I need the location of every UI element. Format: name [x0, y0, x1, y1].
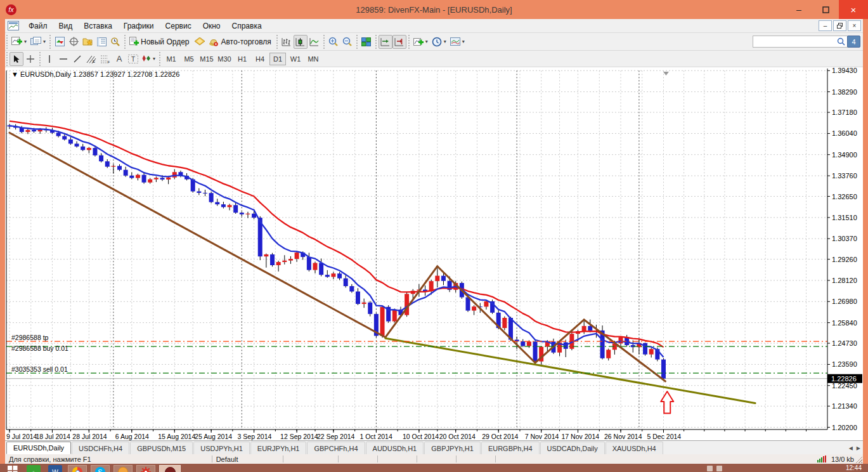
- chart-minimize-button[interactable]: –: [819, 20, 832, 31]
- data-window-button[interactable]: [67, 35, 81, 49]
- chart-tab-eurjpyh[interactable]: EURJPYh,H1: [250, 442, 307, 454]
- arrow-objects-button[interactable]: ▾: [140, 52, 157, 66]
- chart-tab-usdchfh[interactable]: USDCHFh,H4: [72, 442, 129, 454]
- chart-tab-usdjpyh[interactable]: USDJPYh,H1: [193, 442, 250, 454]
- chart-tab-usdcadh[interactable]: USDCADh,Daily: [540, 442, 605, 454]
- chart-tab-gbpjpyh[interactable]: GBPJPYh,H1: [424, 442, 481, 454]
- taskbar-settings-icon[interactable]: [136, 465, 155, 472]
- drawing-toolbar: E F A T ▾ M1M5M15M30H1H4D1W1MN: [5, 51, 863, 67]
- market-watch-button[interactable]: [53, 35, 67, 49]
- menu-item-1[interactable]: Файл: [23, 20, 53, 32]
- strategy-tester-button[interactable]: [108, 35, 122, 49]
- taskbar-clock[interactable]: 12:44: [846, 464, 862, 471]
- auto-scroll-button[interactable]: [379, 35, 392, 49]
- candlestick-mode-button[interactable]: [294, 35, 308, 49]
- timeframe-button-h4[interactable]: H4: [252, 53, 268, 65]
- timeframe-button-d1[interactable]: D1: [269, 53, 286, 65]
- line-chart-mode-button[interactable]: [308, 35, 321, 49]
- timeframe-button-h1[interactable]: H1: [234, 53, 250, 65]
- date-tick-label: 17 Nov 2014: [562, 433, 600, 440]
- indicators-button[interactable]: ▾: [411, 35, 430, 49]
- window-close-button[interactable]: ×: [839, 0, 868, 19]
- chart-document-icon: [8, 21, 19, 30]
- order-line-label: #2986588 tp: [11, 334, 49, 341]
- chart-shift-button[interactable]: [392, 35, 406, 49]
- chart-tab-gbpchfh[interactable]: GBPCHFh,H4: [307, 442, 365, 454]
- crosshair-tool-button[interactable]: [23, 52, 37, 66]
- horizontal-line-tool-button[interactable]: [56, 52, 70, 66]
- channel-tool-button[interactable]: E: [84, 52, 98, 66]
- taskbar-skype-icon[interactable]: S: [91, 465, 110, 472]
- date-tick-label: 7 Nov 2014: [525, 433, 559, 440]
- tile-windows-button[interactable]: [360, 35, 373, 49]
- tabs-scroll-left-icon[interactable]: ◀: [849, 445, 853, 451]
- status-profile[interactable]: Default: [216, 456, 238, 463]
- menu-item-5[interactable]: Сервис: [160, 20, 197, 32]
- taskbar-word-icon[interactable]: W: [48, 465, 62, 472]
- new-chart-button[interactable]: ▾: [10, 35, 29, 49]
- window-minimize-button[interactable]: –: [786, 0, 812, 19]
- metaeditor-button[interactable]: [193, 35, 207, 49]
- tabs-scroll-right-icon[interactable]: ▶: [857, 445, 860, 451]
- timeframe-button-m15[interactable]: M15: [198, 53, 215, 65]
- taskbar-store-icon[interactable]: ⌂: [27, 465, 41, 472]
- vertical-line-tool-button[interactable]: [42, 52, 56, 66]
- text-tool-button[interactable]: A: [112, 52, 126, 66]
- timeframe-button-m5[interactable]: M5: [181, 53, 197, 65]
- notifications-badge[interactable]: 4: [847, 36, 860, 48]
- taskbar-app-icon[interactable]: [113, 465, 133, 472]
- cursor-tool-button[interactable]: [10, 52, 23, 66]
- new-order-button[interactable]: Новый Ордер: [127, 35, 192, 49]
- zoom-in-button[interactable]: [327, 35, 340, 49]
- profiles-button[interactable]: ▾: [29, 35, 48, 49]
- templates-button[interactable]: ▾: [448, 35, 467, 49]
- chart-tab-eurgbph[interactable]: EURGBPh,H4: [481, 442, 540, 454]
- menu-item-4[interactable]: Графики: [118, 20, 160, 32]
- chart-tab-gbpusdh[interactable]: GBPUSDh,M15: [130, 442, 193, 454]
- search-icon: [837, 37, 845, 46]
- menu-item-7[interactable]: Справка: [226, 20, 268, 32]
- start-button-icon[interactable]: [8, 466, 18, 472]
- fibonacci-tool-button[interactable]: F: [98, 52, 112, 66]
- bar-chart-mode-button[interactable]: [280, 35, 294, 49]
- timeframe-button-m1[interactable]: M1: [163, 53, 179, 65]
- svg-text:F: F: [108, 60, 110, 63]
- date-tick-label: 28 Jul 2014: [72, 433, 107, 440]
- title-bar: fx 129859: DivenFX-Main - [EURUSDh,Daily…: [0, 0, 868, 19]
- periods-button[interactable]: ▾: [430, 35, 448, 49]
- chart-tab-eurusdh[interactable]: EURUSDh,Daily: [6, 442, 71, 454]
- price-tick-label: 1.20200: [832, 424, 857, 431]
- chart-close-button[interactable]: ×: [848, 20, 861, 31]
- zoom-out-button[interactable]: [340, 35, 354, 49]
- date-tick-label: 15 Aug 2014: [158, 433, 195, 440]
- timeframe-button-mn[interactable]: MN: [305, 53, 321, 65]
- timeframe-button-w1[interactable]: W1: [287, 53, 304, 65]
- timeframe-button-m30[interactable]: M30: [216, 53, 233, 65]
- menu-item-2[interactable]: Вид: [53, 20, 79, 32]
- price-tick-label: 1.29260: [832, 256, 857, 263]
- terminal-button[interactable]: [94, 35, 108, 49]
- taskbar-chrome-icon[interactable]: [68, 465, 87, 472]
- trendline-tool-button[interactable]: [70, 52, 84, 66]
- navigator-button[interactable]: [81, 35, 94, 49]
- chart-restore-button[interactable]: [833, 20, 846, 31]
- system-tray[interactable]: [707, 466, 722, 471]
- date-tick-label: 9 Jul 2014: [6, 433, 37, 440]
- search-input[interactable]: [753, 36, 848, 48]
- chart-tab-audusdh[interactable]: AUDUSDh,H1: [366, 442, 424, 454]
- autotrading-button[interactable]: Авто-торговля: [207, 35, 275, 49]
- menu-item-3[interactable]: Вставка: [78, 20, 118, 32]
- date-tick-label: 10 Oct 2014: [403, 433, 439, 440]
- date-tick-label: 22 Sep 2014: [317, 433, 355, 440]
- taskbar-metatrader-icon[interactable]: [159, 465, 181, 472]
- price-tick-label: 1.39430: [832, 67, 857, 74]
- menu-item-6[interactable]: Окно: [197, 20, 226, 32]
- text-label-tool-button[interactable]: T: [126, 52, 140, 66]
- timeframe-toolbar: M1M5M15M30H1H4D1W1MN: [159, 52, 324, 66]
- chart-area: #2986588 tp#2986588 buy 0.01#3035353 sel…: [5, 67, 863, 440]
- window-maximize-button[interactable]: [812, 0, 839, 19]
- date-tick-label: 3 Sep 2014: [238, 433, 272, 440]
- resize-grip[interactable]: [855, 456, 862, 463]
- chart-tab-xauusdh[interactable]: XAUUSDh,H4: [606, 442, 663, 454]
- chart-canvas[interactable]: #2986588 tp#2986588 buy 0.01#3035353 sel…: [5, 67, 863, 440]
